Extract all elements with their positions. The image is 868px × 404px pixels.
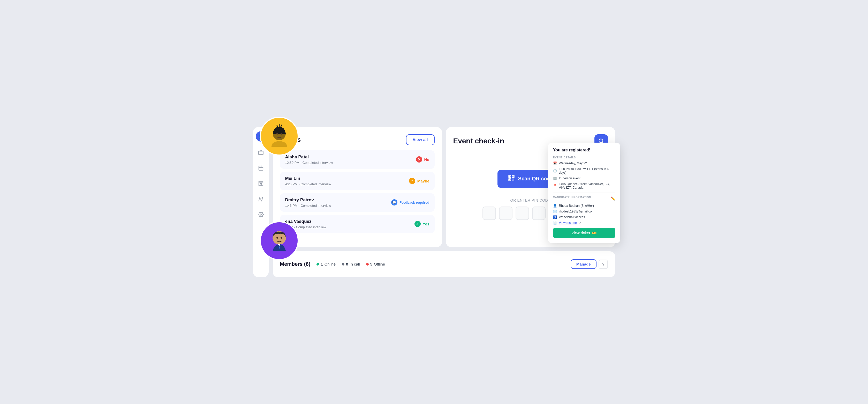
view-all-button[interactable]: View all (406, 134, 434, 145)
sidebar-item-briefcase[interactable] (256, 148, 266, 157)
interview-card-0[interactable]: Aisha Patel 12:50 PM - Completed intervi… (280, 150, 435, 169)
status-icon-yes: ✓ (414, 221, 421, 227)
qr-icon (508, 174, 515, 183)
popup-time: 1:00 PM to 1:30 PM EDT (starts in 6 days… (559, 167, 615, 174)
pin-input-2[interactable] (499, 206, 513, 220)
pin-icon: 📍 (553, 184, 557, 187)
main-grid: 👤 (253, 127, 615, 277)
interviews-panel: rviews View all Aisha Patel 12:50 PM - C… (273, 127, 442, 248)
members-panel: Members (6) 1 Online 0 In call 5 Offline (273, 251, 615, 277)
svg-line-11 (281, 125, 282, 127)
candidate-name-0: Aisha Patel (285, 154, 333, 160)
popup-candidate-email: rhodesb1985@gmail.com (559, 210, 594, 213)
popup-row-email: ✉️ rhodesb1985@gmail.com (553, 210, 615, 213)
chevron-down-icon: ∨ (602, 262, 604, 266)
registration-popup: You are registered! EVENT DETAILS 📅 Wedn… (548, 143, 620, 243)
status-icon-feedback: 💬 (391, 199, 397, 205)
svg-line-9 (277, 125, 278, 127)
event-details-label: EVENT DETAILS (553, 156, 615, 159)
incall-dot (342, 263, 344, 265)
avatar-top (260, 117, 299, 155)
popup-access: Wheelchair access (559, 215, 585, 219)
popup-resume-link[interactable]: View resume (559, 221, 577, 225)
status-icon-no: ✕ (416, 156, 422, 163)
panel-header: rviews View all (280, 134, 435, 145)
candidate-info-label: CANDIDATE INFORMATION (553, 196, 591, 199)
popup-divider (553, 193, 615, 193)
members-incall-stat: 0 In call (342, 262, 360, 266)
online-dot (316, 263, 319, 265)
svg-point-16 (281, 237, 282, 239)
svg-point-12 (276, 133, 278, 135)
candidate-name-2: Dmitry Petrov (285, 198, 331, 203)
status-icon-maybe: ? (409, 178, 415, 184)
clock-icon: 🕐 (553, 169, 557, 173)
candidate-name-3: ena Vasquez (285, 219, 327, 224)
popup-row-address: 📍 1455 Quebec Street, Vancouver, BC, V6A… (553, 182, 615, 190)
page-wrapper: 👤 (253, 127, 615, 277)
online-label: Online (324, 262, 336, 266)
members-title: Members (6) (280, 261, 311, 267)
interview-card-3[interactable]: ena Vasquez 3 PM - Completed interview ✓… (280, 215, 435, 233)
interview-info-2: Dmitry Petrov 1:46 PM - Completed interv… (285, 198, 331, 208)
candidate-name-1: Mei Lin (285, 176, 331, 181)
avatar-bottom (260, 221, 299, 260)
popup-row-resume: 📄 View resume ↗ (553, 221, 615, 225)
popup-row-name: 👤 Rhoda Beahan (She/Her) (553, 204, 615, 208)
offline-dot (366, 263, 369, 265)
interview-status-3: ✓ Yes (414, 221, 430, 227)
interview-status-0: ✕ No (416, 156, 430, 163)
ticket-icon: 🎫 (592, 231, 596, 235)
svg-rect-0 (258, 151, 263, 154)
candidate-time-0: 12:50 PM - Completed interview (285, 161, 333, 165)
svg-rect-1 (258, 166, 263, 170)
view-ticket-label: View ticket (571, 231, 590, 235)
offline-label: Offline (374, 262, 385, 266)
popup-address: 1455 Quebec Street, Vancouver, BC, V6A 3… (559, 182, 615, 190)
svg-point-15 (276, 237, 278, 239)
person-icon: 👤 (553, 204, 557, 208)
popup-row-location-type: 🏢 In-person event (553, 176, 615, 180)
pin-input-4[interactable] (532, 206, 546, 220)
sidebar-item-settings[interactable] (256, 210, 266, 219)
popup-row-access: ♿ Wheelchair access (553, 215, 615, 219)
popup-title: You are registered! (553, 148, 615, 152)
popup-candidate-name: Rhoda Beahan (She/Her) (559, 204, 594, 208)
checkin-panel: Event check-in Scan QR code OR ENTER PIN… (446, 127, 615, 248)
incall-count: 0 (346, 262, 348, 266)
candidate-time-1: 4:26 PM - Completed interview (285, 182, 331, 186)
candidate-time-2: 1:46 PM - Completed interview (285, 204, 331, 208)
popup-row-date: 📅 Wednesday, May 22 (553, 162, 615, 165)
popup-date: Wednesday, May 22 (559, 162, 587, 165)
wheelchair-icon: ♿ (553, 215, 557, 219)
pin-input-3[interactable] (516, 206, 529, 220)
svg-rect-24 (509, 179, 510, 180)
incall-label: In call (349, 262, 360, 266)
popup-location-type: In-person event (559, 176, 581, 180)
sidebar-item-calendar[interactable] (256, 163, 266, 173)
pin-input-1[interactable] (483, 206, 496, 220)
members-offline-stat: 5 Offline (366, 262, 385, 266)
svg-point-6 (259, 197, 261, 199)
offline-count: 5 (370, 262, 372, 266)
email-icon: ✉️ (553, 210, 557, 213)
popup-edit-button[interactable]: ✏️ (611, 196, 615, 201)
checkin-title: Event check-in (453, 137, 504, 145)
sidebar-item-group[interactable] (256, 194, 266, 204)
manage-button[interactable]: Manage (571, 259, 596, 269)
view-ticket-button[interactable]: View ticket 🎫 (553, 228, 615, 238)
members-online-stat: 1 Online (316, 262, 336, 266)
interview-card-1[interactable]: Mei Lin 4:26 PM - Completed interview ? … (280, 172, 435, 190)
interview-info-0: Aisha Patel 12:50 PM - Completed intervi… (285, 154, 333, 165)
interview-card-2[interactable]: Dmitry Petrov 1:46 PM - Completed interv… (280, 193, 435, 212)
online-count: 1 (321, 262, 323, 266)
chevron-button[interactable]: ∨ (598, 260, 608, 269)
interview-status-1: ? Maybe (409, 178, 430, 184)
svg-point-13 (281, 133, 282, 135)
sidebar-item-building[interactable] (256, 179, 266, 188)
interview-status-2: 💬 Feedback required (391, 199, 430, 205)
svg-point-7 (260, 214, 262, 215)
building-icon: 🏢 (553, 176, 557, 180)
interview-info-1: Mei Lin 4:26 PM - Completed interview (285, 176, 331, 186)
calendar-small-icon: 📅 (553, 162, 557, 165)
